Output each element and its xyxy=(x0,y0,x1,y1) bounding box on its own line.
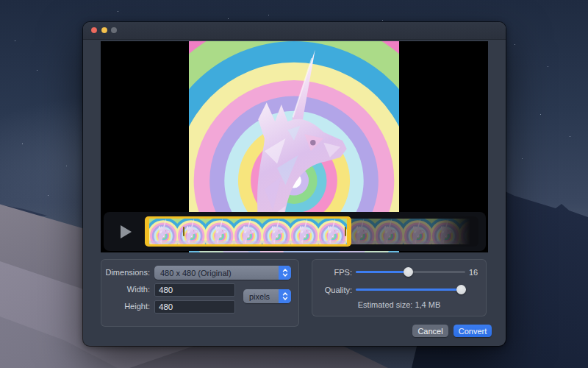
trim-selection[interactable] xyxy=(145,216,351,247)
frame-thumbnail xyxy=(404,219,431,244)
quality-slider-fill xyxy=(356,289,461,291)
dimensions-label: Dimensions: xyxy=(101,268,150,277)
filmstrip-fade xyxy=(433,216,478,247)
frame-thumbnail xyxy=(262,219,290,244)
frame-thumbnail xyxy=(351,219,375,244)
quality-slider[interactable] xyxy=(356,283,465,295)
video-stage xyxy=(101,41,488,252)
estimated-size: Estimated size: 1,4 MB xyxy=(312,300,486,309)
play-button[interactable] xyxy=(104,212,143,251)
frame-thumbnail xyxy=(318,219,346,244)
frame-thumbnail xyxy=(290,219,318,244)
trim-handle-left[interactable] xyxy=(183,227,185,236)
app-window: Dimensions: 480 x 480 (Original) Width: … xyxy=(83,22,506,346)
fps-value: 16 xyxy=(469,268,478,277)
titlebar[interactable] xyxy=(83,22,506,40)
frame-thumbnail xyxy=(234,219,262,244)
fps-label: FPS: xyxy=(312,268,352,277)
unit-popup-value: pixels xyxy=(243,292,279,301)
timeline-overlay xyxy=(104,212,486,251)
height-label: Height: xyxy=(101,302,150,311)
filmstrip[interactable] xyxy=(145,216,476,247)
width-field[interactable] xyxy=(154,283,235,297)
selected-frames xyxy=(149,219,347,244)
play-icon xyxy=(121,225,132,238)
trim-handle-right[interactable] xyxy=(345,227,347,236)
dimensions-popup-value: 480 x 480 (Original) xyxy=(154,269,279,277)
cancel-button[interactable]: Cancel xyxy=(412,325,448,337)
quality-label: Quality: xyxy=(312,286,352,294)
width-label: Width: xyxy=(101,285,150,294)
quality-slider-knob[interactable] xyxy=(456,285,466,294)
unit-popup[interactable]: pixels xyxy=(243,289,291,303)
close-button[interactable] xyxy=(91,27,97,33)
frame-thumbnail xyxy=(177,219,205,244)
stars xyxy=(118,11,118,12)
dimensions-panel: Dimensions: 480 x 480 (Original) Width: … xyxy=(101,259,299,327)
dimensions-popup[interactable]: 480 x 480 (Original) xyxy=(154,266,291,280)
frame-thumbnail xyxy=(206,219,234,244)
output-panel: FPS: 16 Quality: Estimated size: 1,4 MB xyxy=(312,259,487,316)
fps-slider[interactable] xyxy=(356,266,465,277)
zoom-button-disabled xyxy=(111,27,117,33)
height-field[interactable] xyxy=(154,300,235,314)
frame-thumbnail xyxy=(375,219,403,244)
frame-thumbnail xyxy=(149,219,177,244)
fps-slider-fill xyxy=(356,271,409,273)
minimize-button[interactable] xyxy=(101,27,107,33)
stepper-icon xyxy=(279,289,291,303)
desktop-wallpaper: Dimensions: 480 x 480 (Original) Width: … xyxy=(0,0,588,368)
stepper-icon xyxy=(279,266,291,280)
convert-button[interactable]: Convert xyxy=(453,325,492,337)
fps-slider-knob[interactable] xyxy=(404,267,413,277)
